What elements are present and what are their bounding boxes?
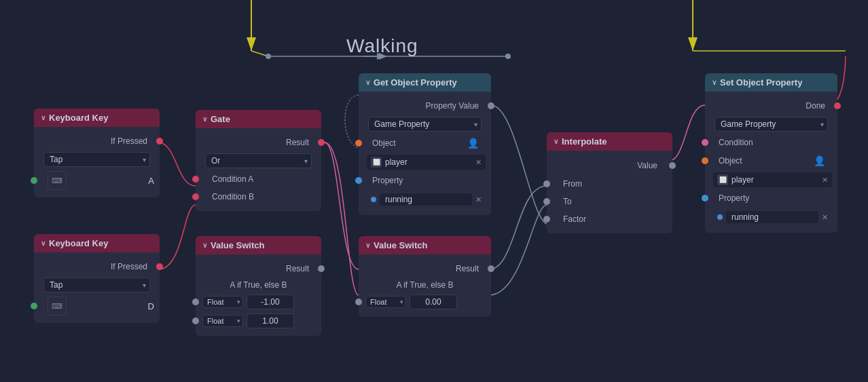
from-label: From (555, 179, 666, 189)
to-port[interactable] (543, 198, 550, 205)
vs1-float2-port[interactable] (192, 318, 199, 324)
vs2-float1-select[interactable]: Float (365, 296, 406, 308)
gate-header[interactable]: ∨ Gate (196, 110, 321, 128)
svg-point-5 (505, 54, 511, 59)
vs2-float1-port[interactable] (355, 299, 362, 305)
vs2-result-port[interactable] (488, 265, 494, 272)
value-switch-2-body: Result A if True, else B Float (359, 254, 491, 317)
object-port[interactable] (355, 140, 362, 147)
tap-select-wrap-2[interactable]: Tap (43, 278, 150, 292)
vs1-float1-input[interactable] (247, 294, 294, 309)
sop-object-label: Object (713, 156, 812, 166)
vs1-float1-port[interactable] (192, 299, 199, 305)
key-port-left[interactable] (31, 177, 37, 184)
or-select[interactable]: Or (205, 153, 312, 168)
vs2-result-row: Result (359, 260, 491, 278)
property-value-row: Property Value (359, 97, 491, 115)
vs2-float1-select-wrap[interactable]: Float (365, 296, 406, 308)
property-label-row: Property (359, 172, 491, 189)
vs2-float1-input[interactable] (410, 294, 457, 309)
keyboard-key-2-header[interactable]: ∨ Keyboard Key (34, 234, 160, 252)
svg-line-2 (251, 51, 268, 56)
vs2-float-row-1: Float (359, 292, 491, 311)
if-pressed-label: If Pressed (34, 136, 153, 146)
sop-game-property-select-wrap[interactable]: Game Property (715, 117, 828, 132)
condition-a-port[interactable] (192, 176, 199, 183)
prop-port[interactable] (355, 177, 362, 184)
property-value-port[interactable] (488, 102, 494, 109)
svg-marker-10 (247, 37, 256, 51)
condition-b-label: Condition B (204, 192, 314, 202)
sop-game-property-select[interactable]: Game Property (715, 117, 828, 132)
object-label-row: Object 👤 (359, 134, 491, 153)
done-row: Done (705, 97, 837, 115)
sop-property-name-label: running (731, 212, 759, 222)
interpolate-node: ∨ Interpolate Value From To Factor (547, 132, 672, 233)
if-pressed-port[interactable] (156, 138, 163, 145)
tap-select[interactable]: Tap (43, 152, 150, 167)
vs2-result-label: Result (359, 264, 484, 273)
object-close-btn[interactable]: ✕ (475, 158, 482, 167)
node-canvas: Walking ∨ Keyboard Key If Pressed Tap (0, 0, 868, 382)
collapse-icon[interactable]: ∨ (41, 114, 46, 121)
gate-collapse-icon[interactable]: ∨ (202, 115, 207, 123)
keyboard-key-1-header[interactable]: ∨ Keyboard Key (34, 109, 160, 127)
sop-prop-dot (717, 214, 723, 220)
value-switch-2-header[interactable]: ∨ Value Switch (359, 236, 491, 254)
interpolate-header[interactable]: ∨ Interpolate (547, 132, 672, 151)
sop-property-close-btn[interactable]: ✕ (822, 213, 828, 222)
vs1-result-label: Result (196, 264, 314, 273)
tap-select-wrap[interactable]: Tap (43, 152, 150, 167)
interpolate-body: Value From To Factor (547, 151, 672, 233)
result-label: Result (196, 138, 314, 147)
interp-collapse-icon[interactable]: ∨ (554, 138, 558, 145)
value-switch-1-header[interactable]: ∨ Value Switch (196, 236, 321, 254)
vs1-float2-select-wrap[interactable]: Float (202, 315, 243, 327)
condition-b-port[interactable] (192, 193, 199, 200)
keyboard-key-1-body: If Pressed Tap ⌨ A (34, 127, 160, 197)
tap-select-2[interactable]: Tap (43, 278, 150, 292)
key-row: ⌨ A (34, 169, 160, 192)
set-object-property-header[interactable]: ∨ Set Object Property (705, 73, 837, 92)
from-port[interactable] (543, 180, 550, 187)
sop-collapse-icon[interactable]: ∨ (712, 79, 717, 86)
tap-row: Tap (34, 150, 160, 169)
done-port[interactable] (834, 102, 841, 109)
vs1-float2-input[interactable] (247, 313, 294, 328)
sop-property-name-row: running ✕ (713, 209, 832, 225)
value-switch-1-title: Value Switch (211, 240, 264, 250)
gate-node: ∨ Gate Result Or Condition A Con (196, 110, 321, 211)
if-pressed-port-2[interactable] (156, 263, 163, 270)
value-switch-2-node: ∨ Value Switch Result A if True, else B … (359, 236, 491, 317)
or-row: Or (196, 151, 321, 170)
value-switch-2-title: Value Switch (374, 240, 427, 250)
get-object-property-header[interactable]: ∨ Get Object Property (359, 73, 491, 92)
property-name-row: running ✕ (367, 191, 486, 208)
vs1-result-port[interactable] (318, 265, 325, 272)
gate-result-port[interactable] (318, 139, 325, 146)
get-object-property-title: Get Object Property (374, 77, 457, 88)
sop-prop-port[interactable] (702, 195, 708, 202)
vs1-collapse-icon[interactable]: ∨ (202, 242, 207, 249)
from-row: From (547, 175, 672, 193)
vs1-float1-select-wrap[interactable]: Float (202, 296, 243, 308)
or-select-wrap[interactable]: Or (205, 153, 312, 168)
vs2-collapse-icon[interactable]: ∨ (365, 242, 370, 249)
collapse-icon-2[interactable]: ∨ (41, 240, 46, 247)
gop-collapse-icon[interactable]: ∨ (365, 79, 370, 86)
game-property-select[interactable]: Game Property (368, 117, 482, 132)
interp-value-port[interactable] (669, 162, 676, 169)
factor-port[interactable] (543, 216, 550, 223)
sop-object-close-btn[interactable]: ✕ (822, 176, 828, 185)
set-object-property-node: ∨ Set Object Property Done Game Property… (705, 73, 837, 233)
vs1-float2-select[interactable]: Float (202, 315, 243, 327)
key-port-left-2[interactable] (31, 303, 37, 309)
condition-port[interactable] (702, 139, 708, 146)
sop-object-port[interactable] (702, 157, 708, 164)
key-row-2: ⌨ D (34, 294, 160, 318)
game-property-select-wrap[interactable]: Game Property (368, 117, 482, 132)
vs1-float1-select[interactable]: Float (202, 296, 243, 308)
result-row: Result (196, 134, 321, 151)
property-close-btn[interactable]: ✕ (475, 195, 482, 204)
game-property-row: Game Property (359, 115, 491, 134)
